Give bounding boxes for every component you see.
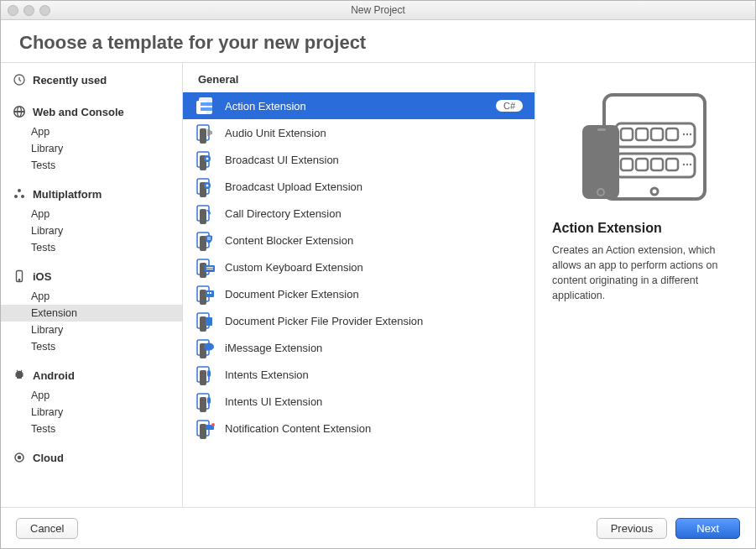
template-notification-content-extension[interactable]: Notification Content Extension [183, 415, 534, 442]
footer: Cancel Previous Next [1, 508, 755, 548]
svg-rect-10 [201, 102, 212, 106]
svg-rect-48 [200, 397, 206, 412]
template-intents-extension[interactable]: Intents Extension [183, 361, 534, 388]
body: Recently used Web and Console App Librar… [1, 62, 755, 508]
sidebar-item-ios-extension[interactable]: Extension [1, 305, 182, 322]
svg-point-69 [690, 133, 691, 135]
template-label: Action Extension [225, 100, 487, 112]
svg-rect-33 [200, 290, 206, 305]
svg-rect-50 [209, 404, 210, 406]
action-extension-icon [195, 95, 216, 117]
sidebar-category-label: Android [33, 369, 75, 382]
sidebar-item-mp-tests[interactable]: Tests [1, 239, 182, 256]
notification-content-icon [195, 417, 216, 439]
globe-icon [13, 105, 26, 118]
template-broadcast-ui-extension[interactable]: Broadcast UI Extension [183, 146, 534, 173]
template-group-header: General [183, 63, 534, 92]
sidebar-category-label: Multiplatform [33, 188, 102, 201]
svg-rect-23 [200, 209, 206, 224]
titlebar: New Project [1, 1, 755, 20]
svg-point-68 [686, 133, 688, 135]
template-imessage-extension[interactable]: iMessage Extension [183, 334, 534, 361]
broadcast-ui-icon [195, 149, 216, 170]
svg-point-70 [683, 164, 685, 165]
sidebar-category-android[interactable]: Android [1, 363, 182, 387]
template-content-blocker-extension[interactable]: Content Blocker Extension [183, 227, 534, 254]
multiplatform-icon [13, 187, 26, 201]
svg-rect-58 [616, 154, 695, 177]
svg-point-71 [686, 164, 688, 165]
sidebar-item-mp-app[interactable]: App [1, 206, 182, 222]
svg-point-3 [21, 195, 24, 198]
cloud-icon [13, 451, 26, 464]
sidebar-item-web-library[interactable]: Library [1, 140, 182, 157]
cancel-button[interactable]: Cancel [16, 518, 78, 539]
svg-rect-49 [207, 397, 211, 404]
svg-rect-13 [200, 128, 206, 144]
template-call-directory-extension[interactable]: Call Directory Extension [183, 200, 534, 227]
sidebar-recent-label: Recently used [33, 74, 107, 86]
sidebar-item-web-tests[interactable]: Tests [1, 157, 182, 174]
svg-rect-57 [616, 123, 695, 147]
call-directory-icon [195, 202, 216, 224]
imessage-icon [195, 337, 216, 358]
sidebar-item-android-tests[interactable]: Tests [1, 421, 182, 437]
svg-point-21 [206, 185, 209, 187]
svg-rect-52 [200, 424, 206, 439]
next-button[interactable]: Next [675, 518, 740, 539]
template-label: Intents UI Extension [225, 395, 523, 408]
sidebar-item-android-library[interactable]: Library [1, 404, 182, 421]
template-broadcast-upload-extension[interactable]: Broadcast Upload Extension [183, 173, 534, 200]
template-label: Broadcast UI Extension [225, 154, 523, 166]
sidebar-item-ios-app[interactable]: App [1, 288, 182, 305]
page-title: Choose a template for your new project [1, 20, 755, 62]
language-badge: C# [496, 100, 523, 112]
sidebar-item-mp-library[interactable]: Library [1, 222, 182, 239]
svg-rect-59 [621, 128, 633, 140]
sidebar-item-android-app[interactable]: App [1, 387, 182, 404]
svg-rect-31 [206, 269, 213, 269]
android-icon [13, 369, 26, 382]
sidebar-item-web-app[interactable]: App [1, 123, 182, 140]
template-label: iMessage Extension [225, 342, 523, 354]
detail-description: Creates an Action extension, which allow… [552, 243, 738, 304]
template-label: Document Picker File Provider Extension [225, 315, 523, 327]
svg-rect-64 [636, 159, 648, 170]
previous-button[interactable]: Previous [597, 518, 668, 539]
svg-point-2 [14, 195, 18, 198]
audio-unit-icon [195, 122, 216, 144]
svg-rect-61 [651, 128, 663, 140]
template-audio-unit-extension[interactable]: Audio Unit Extension [183, 119, 534, 146]
template-action-extension[interactable]: Action Extension C# [183, 92, 534, 119]
svg-point-72 [690, 164, 691, 165]
svg-point-1 [18, 189, 21, 192]
template-intents-ui-extension[interactable]: Intents UI Extension [183, 388, 534, 415]
svg-point-42 [204, 343, 214, 351]
svg-point-7 [18, 457, 21, 459]
template-label: Broadcast Upload Extension [225, 180, 523, 193]
sidebar-category-label: iOS [33, 270, 51, 283]
sidebar-category-web[interactable]: Web and Console [1, 100, 182, 123]
svg-rect-46 [209, 377, 210, 379]
sidebar-item-ios-library[interactable]: Library [1, 322, 182, 338]
clock-icon [13, 73, 26, 86]
sidebar-recently-used[interactable]: Recently used [1, 68, 182, 92]
detail-title: Action Extension [552, 221, 738, 236]
template-custom-keyboard-extension[interactable]: Custom Keyboard Extension [183, 254, 534, 280]
svg-point-67 [683, 133, 685, 135]
template-document-picker-file-provider-extension[interactable]: Document Picker File Provider Extension [183, 307, 534, 334]
sidebar-category-cloud[interactable]: Cloud [1, 446, 182, 469]
svg-rect-73 [582, 125, 619, 199]
svg-rect-60 [636, 128, 648, 140]
sidebar-category-ios[interactable]: iOS [1, 264, 182, 288]
document-picker-icon [195, 283, 216, 305]
svg-point-5 [18, 280, 19, 280]
svg-rect-74 [597, 128, 606, 131]
intents-ui-icon [195, 390, 216, 412]
template-label: Content Blocker Extension [225, 234, 523, 247]
template-document-picker-extension[interactable]: Document Picker Extension [183, 280, 534, 307]
sidebar-item-ios-tests[interactable]: Tests [1, 338, 182, 355]
svg-rect-30 [206, 267, 213, 268]
sidebar-category-multiplatform[interactable]: Multiplatform [1, 182, 182, 206]
template-label: Document Picker Extension [225, 288, 523, 301]
